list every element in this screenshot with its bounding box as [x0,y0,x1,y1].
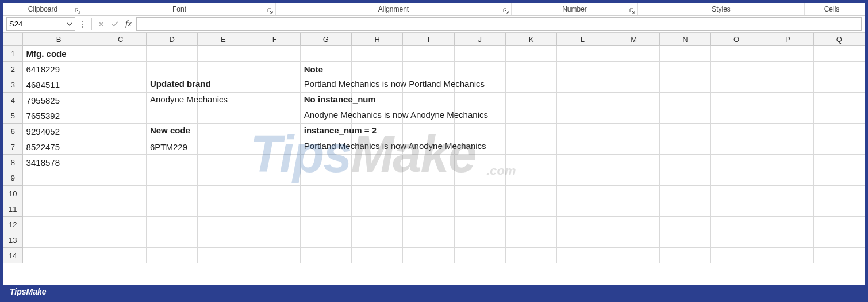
cell[interactable] [198,124,249,139]
cell[interactable]: Portland Mechanics is now Anodyne Mechan… [300,139,351,155]
row-header[interactable]: 5 [3,108,23,124]
cell[interactable] [22,248,95,263]
cell[interactable] [608,232,659,248]
cell[interactable]: 7655392 [22,108,95,124]
cell[interactable] [813,170,865,186]
cell[interactable] [557,46,608,62]
cell[interactable] [146,217,197,232]
cell[interactable] [198,155,249,170]
cell[interactable] [198,108,249,124]
cell[interactable] [300,186,351,201]
cell[interactable] [608,46,659,62]
cell[interactable] [762,139,813,155]
cell[interactable] [505,62,556,77]
cell[interactable] [659,155,710,170]
cell[interactable] [95,124,146,139]
cell[interactable] [557,155,608,170]
cell[interactable] [711,108,762,124]
cell[interactable] [249,155,300,170]
cell[interactable]: 9294052 [22,124,95,139]
cell[interactable] [762,46,813,62]
dialog-launcher-icon[interactable] [267,8,273,14]
cell[interactable] [454,62,505,77]
row-header[interactable]: 11 [3,201,23,217]
cell[interactable] [711,62,762,77]
cell[interactable] [146,248,197,263]
cell[interactable] [813,217,865,232]
row-header[interactable]: 6 [3,124,23,139]
cell[interactable] [300,232,351,248]
column-header[interactable]: F [249,33,300,46]
cell[interactable] [95,201,146,217]
cell[interactable] [557,186,608,201]
cell[interactable] [454,186,505,201]
cell[interactable] [608,201,659,217]
cell[interactable] [95,93,146,108]
cell[interactable] [22,170,95,186]
cell[interactable] [505,248,556,263]
cell[interactable] [454,46,505,62]
cell[interactable]: New code [146,124,197,139]
cell[interactable] [711,170,762,186]
cell[interactable] [198,217,249,232]
cell[interactable] [813,46,865,62]
cell[interactable] [249,93,300,108]
cell[interactable] [505,93,556,108]
cell[interactable] [557,124,608,139]
cell[interactable] [300,46,351,62]
cell[interactable]: Anodyne Mechanics is now Anodyne Mechani… [300,108,351,124]
cell[interactable] [659,77,710,93]
cell[interactable] [249,232,300,248]
cell[interactable] [762,186,813,201]
cell[interactable] [454,155,505,170]
cell[interactable] [608,124,659,139]
cell[interactable] [403,155,454,170]
column-header[interactable]: L [557,33,608,46]
cell[interactable] [813,93,865,108]
cell[interactable] [300,217,351,232]
cell[interactable] [198,232,249,248]
cell[interactable]: 3418578 [22,155,95,170]
cell[interactable] [659,170,710,186]
select-all-corner[interactable] [3,33,23,46]
cell[interactable] [813,186,865,201]
cell[interactable]: Note [300,62,351,77]
row-header[interactable]: 2 [3,62,23,77]
cell[interactable] [608,170,659,186]
cell[interactable] [146,201,197,217]
cell[interactable] [249,77,300,93]
cell[interactable] [454,217,505,232]
cell[interactable] [146,46,197,62]
cell[interactable] [95,170,146,186]
cell[interactable] [608,186,659,201]
cell[interactable] [352,186,403,201]
cell[interactable] [300,170,351,186]
column-header[interactable]: G [300,33,351,46]
cell[interactable] [454,248,505,263]
cell[interactable] [95,155,146,170]
row-header[interactable]: 7 [3,139,23,155]
cell[interactable] [95,232,146,248]
cell[interactable] [659,232,710,248]
cell[interactable] [659,46,710,62]
row-header[interactable]: 13 [3,232,23,248]
cell[interactable] [659,124,710,139]
cell[interactable] [249,62,300,77]
cell[interactable]: 6PTM229 [146,139,197,155]
cell[interactable] [198,46,249,62]
cell[interactable] [762,155,813,170]
cell[interactable] [762,201,813,217]
cell[interactable] [403,201,454,217]
dialog-launcher-icon[interactable] [503,8,509,14]
cell[interactable] [813,248,865,263]
cell[interactable] [659,186,710,201]
cell[interactable]: 7955825 [22,93,95,108]
cell[interactable] [95,108,146,124]
cell[interactable] [454,170,505,186]
column-header[interactable]: B [22,33,95,46]
cell[interactable] [608,93,659,108]
cell[interactable] [352,46,403,62]
cell[interactable] [249,248,300,263]
cell[interactable] [813,124,865,139]
cell[interactable] [762,124,813,139]
